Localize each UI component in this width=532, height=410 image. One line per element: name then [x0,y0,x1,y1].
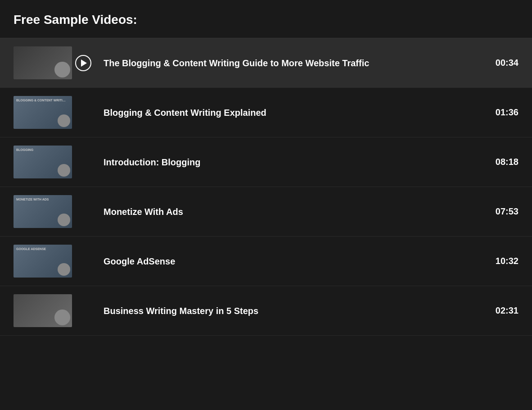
page-container: Free Sample Videos: The Blogging & Conte… [0,0,532,336]
play-icon[interactable] [75,55,91,71]
video-item[interactable]: GOOGLE ADSENSEGoogle AdSense10:32 [0,237,532,286]
video-duration: 08:18 [487,157,518,167]
video-item[interactable]: BLOGGING & CONTENT WRITING EXPLAINEDBlog… [0,88,532,137]
video-thumbnail: BLOGGING [14,146,72,178]
video-duration: 10:32 [487,256,518,266]
video-title: Introduction: Blogging [95,156,487,168]
play-button-wrapper [72,55,95,71]
thumbnail-label: BLOGGING [16,148,33,151]
page-title: Free Sample Videos: [14,13,518,27]
video-title: The Blogging & Content Writing Guide to … [95,57,487,69]
video-item[interactable]: The Blogging & Content Writing Guide to … [0,38,532,88]
video-title: Blogging & Content Writing Explained [95,107,487,118]
thumbnail-label: GOOGLE ADSENSE [16,247,46,251]
play-triangle-icon [81,59,87,67]
page-header: Free Sample Videos: [0,0,532,38]
video-thumbnail: GOOGLE ADSENSE [14,245,72,278]
video-thumbnail: BLOGGING & CONTENT WRITING EXPLAINED [14,96,72,129]
video-thumbnail [14,294,72,327]
thumbnail-label: MONETIZE WITH ADS [16,198,49,201]
video-duration: 07:53 [487,206,518,217]
thumbnail-label: BLOGGING & CONTENT WRITING EXPLAINED [16,99,66,102]
video-duration: 02:31 [487,305,518,316]
video-list: The Blogging & Content Writing Guide to … [0,38,532,336]
video-title: Google AdSense [95,255,487,267]
video-title: Business Writing Mastery in 5 Steps [95,305,487,317]
video-duration: 01:36 [487,107,518,118]
video-item[interactable]: BLOGGINGIntroduction: Blogging08:18 [0,137,532,187]
video-item[interactable]: Business Writing Mastery in 5 Steps02:31 [0,286,532,336]
video-duration: 00:34 [487,58,518,68]
video-thumbnail [14,46,72,79]
video-thumbnail: MONETIZE WITH ADS [14,195,72,228]
video-title: Monetize With Ads [95,206,487,218]
video-item[interactable]: MONETIZE WITH ADSMonetize With Ads07:53 [0,187,532,237]
